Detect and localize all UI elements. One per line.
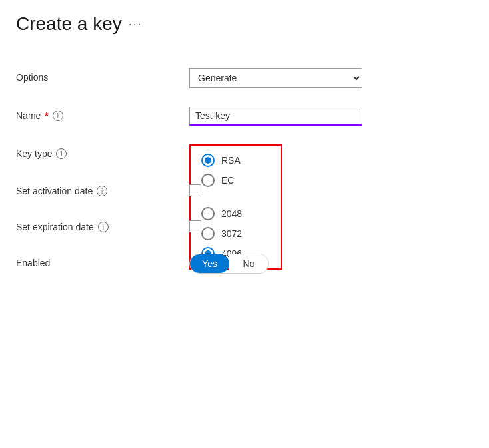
key-type-label: Key type i xyxy=(16,144,189,159)
expiration-date-control xyxy=(189,218,473,235)
enabled-row: Enabled Yes No xyxy=(16,244,473,283)
name-label: Name * i xyxy=(16,107,189,121)
key-type-info-icon[interactable]: i xyxy=(56,148,67,159)
options-label: Options xyxy=(16,68,189,83)
name-input[interactable] xyxy=(189,107,362,126)
enabled-toggle[interactable]: Yes No xyxy=(189,254,269,274)
activation-date-control xyxy=(189,182,473,199)
activation-date-row: Set activation date i xyxy=(16,172,473,208)
enabled-no-option[interactable]: No xyxy=(229,254,268,273)
more-options-icon[interactable]: ··· xyxy=(129,17,143,31)
radio-rsa-indicator xyxy=(201,154,215,167)
activation-info-icon[interactable]: i xyxy=(97,186,107,196)
enabled-yes-option[interactable]: Yes xyxy=(190,254,229,273)
options-control: Generate xyxy=(189,68,473,88)
expiration-date-label: Set expiration date i xyxy=(16,218,189,232)
options-select[interactable]: Generate xyxy=(189,68,362,88)
required-indicator: * xyxy=(45,111,48,121)
options-row: Options Generate xyxy=(16,59,473,97)
enabled-control: Yes No xyxy=(189,254,473,274)
radio-item-rsa[interactable]: RSA xyxy=(201,154,270,167)
radio-rsa-label[interactable]: RSA xyxy=(221,155,241,166)
expiration-date-checkbox[interactable] xyxy=(189,220,201,232)
activation-date-label: Set activation date i xyxy=(16,182,189,196)
name-info-icon[interactable]: i xyxy=(53,111,63,121)
expiration-info-icon[interactable]: i xyxy=(98,222,109,232)
enabled-label: Enabled xyxy=(16,254,189,268)
create-key-form: Options Generate Name * i Key type i xyxy=(16,59,473,283)
expiration-date-row: Set expiration date i xyxy=(16,208,473,244)
name-control xyxy=(189,107,473,126)
name-row: Name * i xyxy=(16,97,473,135)
page-title: Create a key xyxy=(16,13,122,35)
activation-date-checkbox[interactable] xyxy=(189,184,201,196)
